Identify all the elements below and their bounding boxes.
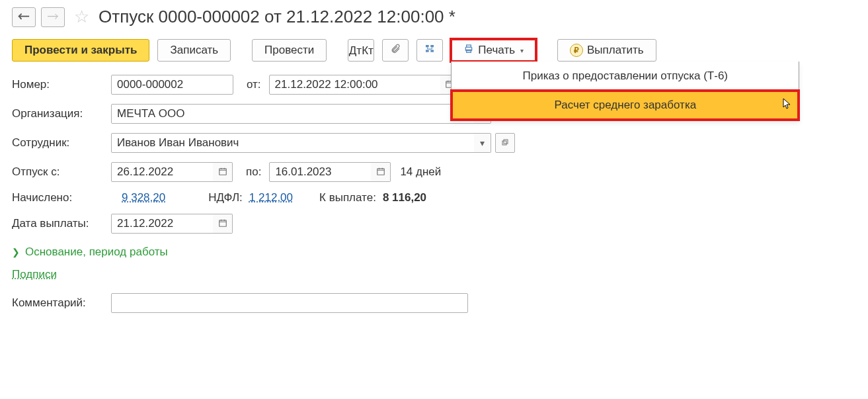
ruble-icon: ₽ (570, 44, 583, 57)
print-dropdown: Приказ о предоставлении отпуска (Т-6) Ра… (451, 62, 799, 120)
comment-field[interactable] (111, 293, 468, 313)
topay-value: 8 116,20 (383, 191, 426, 204)
calendar-icon (218, 218, 227, 230)
star-icon[interactable]: ☆ (74, 7, 89, 27)
vacation-from-label: Отпуск с: (12, 165, 111, 179)
nav-forward-button[interactable]: 🡒 (41, 7, 65, 27)
nav-back-button[interactable]: 🡐 (12, 7, 36, 27)
from-label: от: (247, 78, 261, 91)
chevron-down-icon: ▾ (480, 138, 485, 148)
basis-period-label: Основание, период работы (25, 245, 168, 259)
svg-rect-2 (426, 50, 429, 52)
vacation-to-field[interactable] (269, 162, 372, 182)
printer-icon (463, 44, 474, 57)
post-button[interactable]: Провести (252, 39, 327, 62)
vacation-from-field[interactable] (111, 162, 214, 182)
signatures-link[interactable]: Подписи (12, 268, 57, 281)
org-field[interactable] (111, 104, 475, 124)
page-title: Отпуск 0000-000002 от 21.12.2022 12:00:0… (99, 7, 455, 27)
print-label: Печать (478, 44, 515, 57)
to-label: по: (246, 165, 261, 179)
header-row: 🡐 🡒 ☆ Отпуск 0000-000002 от 21.12.2022 1… (12, 7, 856, 27)
attachments-button[interactable] (382, 39, 409, 62)
svg-rect-8 (502, 141, 506, 145)
svg-rect-5 (467, 45, 471, 47)
dt-kt-icon: ДтКт (349, 48, 374, 54)
chevron-down-icon: ▾ (520, 47, 524, 54)
accrued-link[interactable]: 9 328,20 (122, 191, 165, 204)
print-menu-avg-salary-label: Расчет среднего заработка (555, 99, 697, 111)
datetime-field[interactable] (269, 75, 441, 95)
org-label: Организация: (12, 107, 111, 120)
comment-label: Комментарий: (12, 296, 111, 310)
calendar-icon (376, 167, 385, 178)
calendar-icon (218, 167, 227, 178)
pay-date-calendar-button[interactable] (213, 214, 233, 234)
print-button-wrap: Печать ▾ Приказ о предоставлении отпуска… (451, 39, 536, 62)
number-field[interactable] (111, 75, 233, 95)
cursor-icon (783, 98, 792, 112)
svg-rect-6 (467, 50, 471, 52)
employee-label: Сотрудник: (12, 136, 111, 150)
ndfl-label: НДФЛ: (208, 191, 243, 204)
svg-rect-11 (377, 168, 385, 174)
employee-open-button[interactable] (495, 133, 515, 153)
days-count: 14 дней (400, 165, 441, 179)
svg-rect-0 (426, 45, 429, 47)
number-label: Номер: (12, 78, 111, 91)
print-menu-avg-salary[interactable]: Расчет среднего заработка (452, 91, 799, 120)
pay-button[interactable]: ₽ Выплатить (557, 39, 656, 62)
svg-rect-1 (431, 45, 434, 47)
basis-period-expander[interactable]: ❯ Основание, период работы (12, 245, 856, 259)
chevron-right-icon: ❯ (12, 247, 20, 257)
employee-field[interactable] (111, 133, 475, 153)
paperclip-icon (390, 44, 401, 58)
topay-label: К выплате: (319, 191, 376, 204)
print-button[interactable]: Печать ▾ (451, 39, 536, 62)
vacation-to-calendar-button[interactable] (371, 162, 391, 182)
svg-rect-9 (504, 140, 508, 144)
vacation-from-calendar-button[interactable] (213, 162, 233, 182)
print-menu-t6[interactable]: Приказ о предоставлении отпуска (Т-6) (452, 62, 799, 91)
pay-date-field[interactable] (111, 214, 214, 234)
dt-kt-button[interactable]: ДтКт (348, 39, 374, 62)
open-external-icon (501, 138, 509, 148)
save-button[interactable]: Записать (157, 39, 231, 62)
pay-date-label: Дата выплаты: (12, 217, 111, 230)
svg-rect-3 (431, 50, 434, 52)
employee-dropdown-button[interactable]: ▾ (474, 133, 491, 153)
ndfl-link[interactable]: 1 212,00 (249, 191, 293, 204)
svg-rect-10 (219, 168, 226, 174)
post-and-close-button[interactable]: Провести и закрыть (12, 39, 149, 62)
hierarchy-button[interactable] (416, 39, 443, 62)
accrued-label: Начислено: (12, 191, 111, 204)
pay-label: Выплатить (587, 44, 644, 57)
svg-rect-12 (219, 220, 226, 226)
hierarchy-icon (424, 44, 435, 57)
toolbar: Провести и закрыть Записать Провести ДтК… (12, 39, 856, 62)
